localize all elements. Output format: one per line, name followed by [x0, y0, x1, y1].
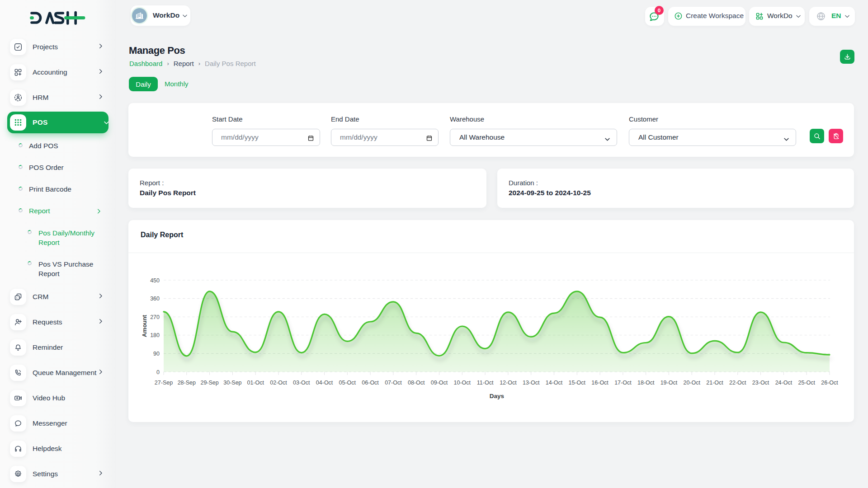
svg-text:01-Oct: 01-Oct: [247, 380, 264, 386]
svg-text:09-Oct: 09-Oct: [431, 380, 448, 386]
svg-text:05-Oct: 05-Oct: [339, 380, 356, 386]
svg-text:270: 270: [150, 314, 160, 320]
svg-text:26-Oct: 26-Oct: [821, 380, 838, 386]
svg-text:28-Sep: 28-Sep: [178, 380, 196, 386]
svg-text:27-Sep: 27-Sep: [155, 380, 173, 386]
svg-text:08-Oct: 08-Oct: [408, 380, 425, 386]
svg-text:13-Oct: 13-Oct: [523, 380, 540, 386]
svg-text:Amount: Amount: [141, 314, 148, 337]
svg-text:360: 360: [150, 296, 160, 302]
svg-text:10-Oct: 10-Oct: [454, 380, 471, 386]
svg-text:04-Oct: 04-Oct: [316, 380, 333, 386]
svg-text:18-Oct: 18-Oct: [637, 380, 655, 386]
svg-text:07-Oct: 07-Oct: [385, 380, 402, 386]
svg-text:30-Sep: 30-Sep: [223, 380, 241, 386]
svg-text:22-Oct: 22-Oct: [729, 380, 746, 386]
svg-text:17-Oct: 17-Oct: [614, 380, 632, 386]
svg-text:14-Oct: 14-Oct: [546, 380, 563, 386]
svg-text:21-Oct: 21-Oct: [706, 380, 723, 386]
svg-text:02-Oct: 02-Oct: [270, 380, 287, 386]
svg-text:12-Oct: 12-Oct: [500, 380, 517, 386]
svg-text:16-Oct: 16-Oct: [591, 380, 609, 386]
svg-text:24-Oct: 24-Oct: [775, 380, 793, 386]
svg-text:06-Oct: 06-Oct: [362, 380, 379, 386]
svg-text:03-Oct: 03-Oct: [293, 380, 310, 386]
svg-text:15-Oct: 15-Oct: [569, 380, 586, 386]
svg-text:20-Oct: 20-Oct: [683, 380, 700, 386]
svg-text:25-Oct: 25-Oct: [798, 380, 815, 386]
svg-text:180: 180: [150, 332, 160, 338]
svg-text:29-Sep: 29-Sep: [200, 380, 218, 386]
svg-text:450: 450: [150, 277, 160, 284]
svg-text:Days: Days: [490, 393, 504, 399]
svg-text:19-Oct: 19-Oct: [660, 380, 678, 386]
svg-text:11-Oct: 11-Oct: [477, 380, 494, 386]
svg-text:0: 0: [156, 369, 160, 375]
svg-text:23-Oct: 23-Oct: [752, 380, 769, 386]
svg-text:90: 90: [153, 351, 160, 357]
